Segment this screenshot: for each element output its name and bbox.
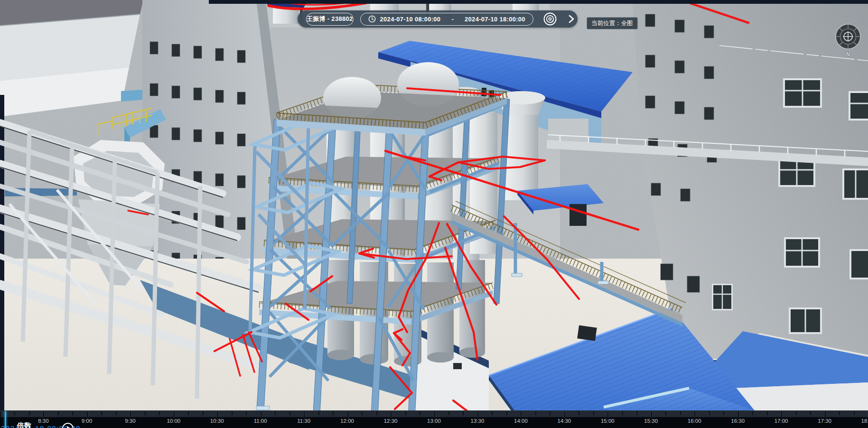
step-forward-button[interactable] <box>568 14 575 24</box>
person-selector-label: 王振博 - 238802 <box>307 15 353 23</box>
chevron-right-icon <box>568 14 575 24</box>
locate-target-button[interactable] <box>543 12 557 26</box>
person-selector[interactable]: 王振博 - 238802 <box>306 13 354 26</box>
app-window: 王振博 - 238802 2024-07-10 08:00:00 - 2024-… <box>0 0 868 428</box>
compass-north-label: N <box>834 51 862 57</box>
locate-target-icon <box>543 12 557 26</box>
time-range-picker[interactable]: 2024-07-10 08:00:00 - 2024-07-10 18:00:0… <box>360 13 533 26</box>
time-range-start: 2024-07-10 08:00:00 <box>380 16 441 23</box>
scene-grain <box>0 0 868 428</box>
current-location-label: 当前位置：全图 <box>587 17 638 29</box>
timeline-playhead[interactable] <box>5 411 6 428</box>
scene-3d-viewport[interactable] <box>0 0 868 428</box>
compass-icon <box>834 22 862 51</box>
current-location-text: 当前位置：全图 <box>591 19 633 28</box>
compass-gizmo[interactable]: N <box>834 22 862 56</box>
top-toolbar: 王振博 - 238802 2024-07-10 08:00:00 - 2024-… <box>298 10 578 28</box>
timeline-bar[interactable]: 8:309:009:3010:0010:3011:0011:3012:0012:… <box>0 410 868 428</box>
clock-icon <box>368 15 376 23</box>
time-range-separator: - <box>451 16 454 23</box>
time-range-end: 2024-07-10 18:00:00 <box>465 16 525 23</box>
playback-speed-label[interactable]: 倍数 <box>17 421 31 428</box>
